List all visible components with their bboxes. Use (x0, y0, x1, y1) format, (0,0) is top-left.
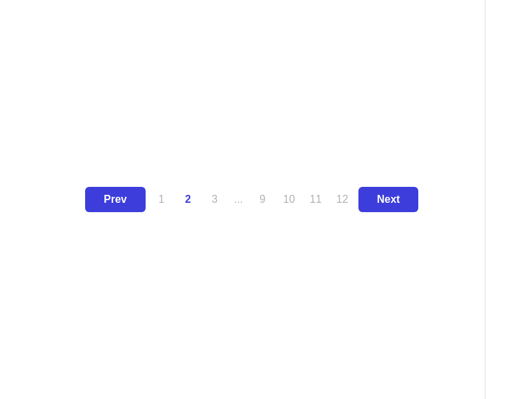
page-3[interactable]: 3 (204, 189, 225, 210)
prev-button[interactable]: Prev (85, 187, 146, 212)
page-2-active[interactable]: 2 (178, 189, 199, 210)
next-button[interactable]: Next (358, 187, 419, 212)
page-1[interactable]: 1 (151, 189, 172, 210)
ellipsis: ... (231, 194, 247, 205)
page-12[interactable]: 12 (332, 189, 353, 210)
page-10[interactable]: 10 (279, 189, 300, 210)
page-11[interactable]: 11 (305, 189, 327, 210)
page-9[interactable]: 9 (252, 189, 273, 210)
vertical-divider (485, 0, 485, 399)
pagination: Prev 1 2 3 ... 9 10 11 12 Next (85, 187, 418, 212)
